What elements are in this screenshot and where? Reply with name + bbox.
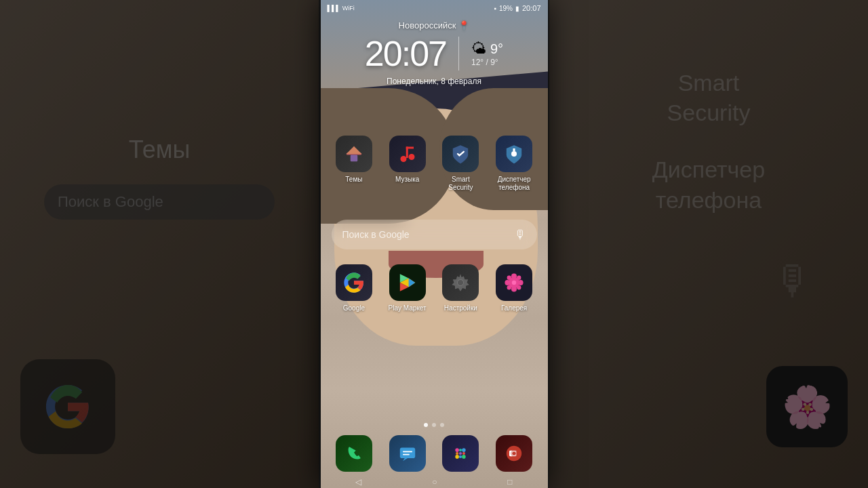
svg-point-14 xyxy=(505,280,511,285)
app-icon-google xyxy=(336,264,372,301)
app-gallery[interactable]: Галерея xyxy=(491,264,537,312)
wifi-icon: WiFi xyxy=(342,5,355,12)
app-icon-gallery xyxy=(496,264,532,301)
app-temy[interactable]: Темы xyxy=(331,136,377,184)
mic-icon[interactable]: 🎙 xyxy=(514,228,526,242)
bg-search-text: Поиск в Google xyxy=(58,193,163,211)
clock-divider xyxy=(458,37,459,70)
svg-point-33 xyxy=(459,455,462,458)
weather-range: 12° / 9° xyxy=(471,58,498,67)
svg-marker-1 xyxy=(347,146,362,154)
app-dispetcher[interactable]: Диспетчер телефона xyxy=(491,136,537,192)
bottom-dock xyxy=(328,432,541,474)
bg-right-panel: SmartSecurity Диспетчертелефона 🎙 🌸 xyxy=(549,0,868,488)
bg-left-search: Поиск в Google xyxy=(44,184,275,220)
weather-widget: Новороссийск 📍 20:07 🌤 9° 12° / 9° Понед… xyxy=(321,20,548,86)
weather-cloud-icon: 🌤 xyxy=(471,40,486,58)
app-google[interactable]: Google xyxy=(331,264,377,312)
dock-messages[interactable] xyxy=(389,435,426,472)
app-label-music: Музыка xyxy=(395,176,419,184)
screen-icon: ▪ xyxy=(494,5,496,12)
svg-point-27 xyxy=(456,455,460,459)
bg-left-panel: Темы Поиск в Google xyxy=(0,0,319,488)
svg-point-32 xyxy=(459,449,462,451)
svg-point-7 xyxy=(511,151,517,157)
search-placeholder: Поиск в Google xyxy=(342,229,514,240)
svg-rect-6 xyxy=(406,147,413,149)
clock: 20:07 xyxy=(365,33,446,74)
app-icon-play xyxy=(389,264,426,301)
apps-row-1: Темы Музыка xyxy=(321,136,548,192)
svg-point-19 xyxy=(517,285,521,289)
status-bar-left: ▌▌▌ WiFi xyxy=(328,5,355,12)
app-settings[interactable]: Настройки xyxy=(437,264,484,312)
date-text: Понедельник, 8 февраля xyxy=(387,77,481,86)
battery-text: 19% xyxy=(499,5,513,12)
svg-point-31 xyxy=(462,452,465,455)
nav-recents[interactable]: □ xyxy=(507,477,512,487)
svg-rect-2 xyxy=(351,155,358,162)
svg-point-25 xyxy=(456,448,460,452)
app-smart-security[interactable]: Smart Security xyxy=(437,136,484,192)
svg-point-20 xyxy=(512,281,516,285)
clock-weather-row: 20:07 🌤 9° 12° / 9° xyxy=(365,33,503,74)
svg-point-16 xyxy=(507,276,511,280)
app-icon-smart xyxy=(442,136,479,172)
svg-point-10 xyxy=(458,280,463,285)
app-label-gallery: Галерея xyxy=(501,304,527,312)
city-name: Новороссийск 📍 xyxy=(399,20,470,30)
dock-launcher[interactable] xyxy=(442,435,479,472)
dot-1 xyxy=(424,423,428,427)
battery-icon: ▮ xyxy=(515,5,519,12)
svg-point-26 xyxy=(462,448,466,452)
bg-flower-icon: 🌸 xyxy=(766,366,848,447)
status-bar-right: ▪ 19% ▮ 20:07 xyxy=(494,4,540,12)
apps-row-2: Google Play Маркет xyxy=(321,264,548,312)
app-icon-disp xyxy=(496,136,532,172)
signal-icon: ▌▌▌ xyxy=(328,5,340,12)
nav-bar: ◁ ○ □ xyxy=(321,476,548,488)
svg-rect-24 xyxy=(403,454,410,455)
svg-point-12 xyxy=(511,273,517,279)
dock-video[interactable] xyxy=(496,435,532,472)
svg-point-29 xyxy=(459,452,462,455)
app-music[interactable]: Музыка xyxy=(384,136,431,184)
app-label-settings: Настройки xyxy=(444,304,477,312)
nav-back[interactable]: ◁ xyxy=(355,477,361,487)
app-play[interactable]: Play Маркет xyxy=(384,264,431,312)
weather-info: 🌤 9° 12° / 9° xyxy=(471,40,503,67)
page-dots xyxy=(321,423,548,427)
phone-frame: ▌▌▌ WiFi ▪ 19% ▮ 20:07 Новороссийск 📍 20… xyxy=(321,0,548,488)
app-label-temy: Темы xyxy=(345,176,362,184)
svg-point-17 xyxy=(517,276,521,280)
app-label-smart: Smart Security xyxy=(448,176,473,192)
outer-container: Темы Поиск в Google SmartSecurity Диспет xyxy=(0,0,868,488)
nav-home[interactable]: ○ xyxy=(432,477,437,487)
svg-point-15 xyxy=(518,280,524,285)
dock-phone[interactable] xyxy=(336,435,372,472)
status-time: 20:07 xyxy=(522,4,541,12)
bg-right-text-security: SmartSecurity xyxy=(667,68,751,127)
app-icon-settings xyxy=(442,264,479,301)
status-bar: ▌▌▌ WiFi ▪ 19% ▮ 20:07 xyxy=(321,0,548,16)
svg-point-30 xyxy=(456,452,458,455)
search-bar[interactable]: Поиск в Google 🎙 xyxy=(332,220,537,249)
dot-3 xyxy=(440,423,444,427)
svg-point-4 xyxy=(408,154,414,160)
svg-point-3 xyxy=(400,156,406,162)
app-label-play: Play Маркет xyxy=(389,304,427,312)
svg-rect-23 xyxy=(403,451,412,453)
weather-top: 🌤 9° xyxy=(471,40,503,58)
weather-temp: 9° xyxy=(490,41,503,57)
svg-point-13 xyxy=(511,287,517,292)
svg-rect-21 xyxy=(399,448,414,458)
bg-google-icon xyxy=(20,359,115,454)
bg-right-text-disp: Диспетчертелефона xyxy=(652,155,765,214)
svg-point-18 xyxy=(507,285,511,289)
app-icon-temy xyxy=(336,136,372,172)
bg-mic-icon: 🎙 xyxy=(773,258,814,304)
svg-marker-22 xyxy=(403,458,408,461)
app-label-disp: Диспетчер телефона xyxy=(498,176,531,192)
app-label-google: Google xyxy=(343,304,365,312)
bg-left-text-1: Темы xyxy=(129,136,191,164)
